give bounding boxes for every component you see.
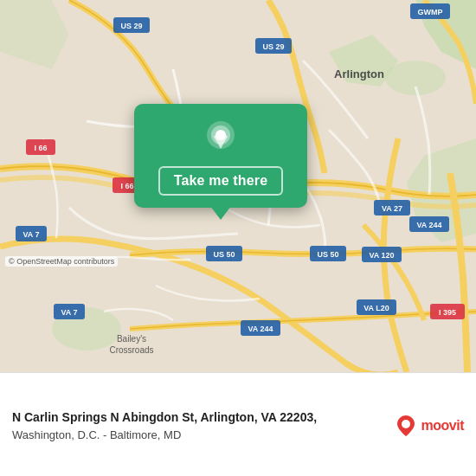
moovit-logo: moovit xyxy=(394,414,464,438)
svg-text:US 29: US 29 xyxy=(120,22,142,30)
svg-text:I 395: I 395 xyxy=(439,308,456,317)
svg-text:GWMP: GWMP xyxy=(418,8,443,16)
info-text: N Carlin Springs N Abingdon St, Arlingto… xyxy=(12,409,383,441)
moovit-pin-icon xyxy=(394,414,418,438)
svg-text:I 66: I 66 xyxy=(34,144,47,152)
svg-text:VA 7: VA 7 xyxy=(23,230,39,239)
svg-text:US 50: US 50 xyxy=(213,250,235,259)
svg-text:US 29: US 29 xyxy=(262,42,284,51)
svg-text:US 50: US 50 xyxy=(317,250,338,259)
svg-text:VA 120: VA 120 xyxy=(369,251,394,260)
svg-text:I 66: I 66 xyxy=(120,182,133,190)
svg-text:Bailey's: Bailey's xyxy=(117,334,146,344)
popup-card: Take me there xyxy=(134,104,307,208)
svg-text:VA 244: VA 244 xyxy=(416,221,441,229)
svg-text:Crossroads: Crossroads xyxy=(109,345,153,355)
map-area: US 29 US 29 I 66 I 66 US 50 US 50 VA 7 V… xyxy=(0,0,476,372)
svg-text:VA L20: VA L20 xyxy=(363,304,389,312)
svg-point-43 xyxy=(402,420,410,428)
moovit-brand-text: moovit xyxy=(421,418,464,434)
svg-text:VA 7: VA 7 xyxy=(61,308,77,317)
osm-credit: © OpenStreetMap contributors xyxy=(5,256,118,267)
city-line: Washington, D.C. - Baltimore, MD xyxy=(12,428,383,441)
svg-text:Arlington: Arlington xyxy=(334,68,384,80)
location-pin-icon xyxy=(202,119,240,158)
take-me-there-button[interactable]: Take me there xyxy=(158,166,284,196)
svg-text:VA 27: VA 27 xyxy=(382,204,402,213)
info-bar: N Carlin Springs N Abingdon St, Arlingto… xyxy=(0,372,476,476)
address-line: N Carlin Springs N Abingdon St, Arlingto… xyxy=(12,409,383,427)
svg-text:VA 244: VA 244 xyxy=(248,325,273,333)
app-container: US 29 US 29 I 66 I 66 US 50 US 50 VA 7 V… xyxy=(0,0,476,476)
